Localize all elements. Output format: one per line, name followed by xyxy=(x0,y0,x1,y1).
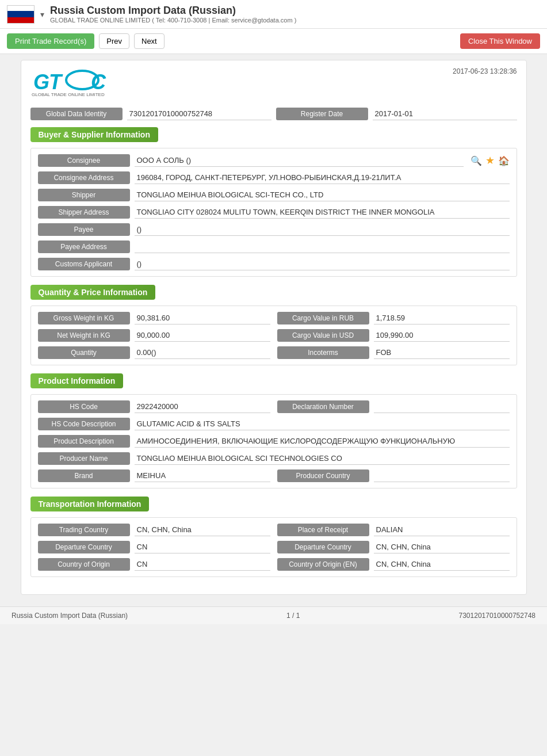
producer-name-row: Producer Name TONGLIAO MEIHUA BIOLOGICAL… xyxy=(38,452,510,465)
customs-applicant-row: Customs Applicant () xyxy=(38,258,510,270)
prev-button[interactable]: Prev xyxy=(99,33,129,49)
header-bar: ▾ Russia Custom Import Data (Russian) GL… xyxy=(0,0,547,29)
consignee-row: Consignee ООО А СОЛЬ () 🔍 ★ 🏠 xyxy=(38,154,510,167)
quantity-incoterms-row: Quantity 0.00() Incoterms FOB xyxy=(38,346,510,359)
brand-producer-country-row: Brand MEIHUA Producer Country xyxy=(38,469,510,482)
hs-code-desc-label: HS Code Description xyxy=(38,418,130,430)
quantity-price-body: Gross Weight in KG 90,381.60 Cargo Value… xyxy=(30,306,517,365)
producer-name-value: TONGLIAO MEIHUA BIOLOGICAL SCI TECHNOLOG… xyxy=(135,452,510,465)
cargo-rub-label: Cargo Value in RUB xyxy=(277,312,369,324)
logo-area: G T C GLOBAL TRADE ONLINE LIMITED xyxy=(30,67,134,101)
star-icon[interactable]: ★ xyxy=(485,154,495,167)
departure-departure-row: Departure Country CN Departure Country C… xyxy=(38,541,510,553)
brand-label: Brand xyxy=(38,469,130,482)
toolbar: Print Trade Record(s) Prev Next Close Th… xyxy=(0,29,547,54)
print-button[interactable]: Print Trade Record(s) xyxy=(7,33,94,49)
consignee-address-row: Consignee Address 196084, ГОРОД, САНКТ-П… xyxy=(38,171,510,184)
svg-text:GLOBAL TRADE ONLINE LIMITED: GLOBAL TRADE ONLINE LIMITED xyxy=(32,92,105,97)
incoterms-value: FOB xyxy=(374,346,510,359)
cargo-usd-label: Cargo Value in USD xyxy=(277,329,369,342)
buyer-supplier-title: Buyer & Supplier Information xyxy=(30,127,158,142)
hs-code-desc-value: GLUTAMIC ACID & ITS SALTS xyxy=(135,418,510,430)
place-of-receipt-label: Place of Receipt xyxy=(277,524,369,536)
register-date-label: Register Date xyxy=(276,108,368,120)
product-desc-label: Product Description xyxy=(38,435,130,448)
hs-code-col: HS Code 2922420000 xyxy=(38,400,270,413)
payee-address-row: Payee Address xyxy=(38,240,510,253)
departure-country2-col: Departure Country CN, CHN, China xyxy=(277,541,510,553)
customs-applicant-value: () xyxy=(135,258,510,270)
record-datetime: 2017-06-23 13:28:36 xyxy=(453,67,517,75)
country-of-origin-en-col: Country of Origin (EN) CN, CHN, China xyxy=(277,558,510,571)
declaration-number-value xyxy=(374,400,510,413)
product-body: HS Code 2922420000 Declaration Number HS… xyxy=(30,394,517,488)
net-weight-col: Net Weight in KG 90,000.00 xyxy=(38,329,270,342)
search-icon[interactable]: 🔍 xyxy=(471,155,482,166)
gross-weight-label: Gross Weight in KG xyxy=(38,312,130,324)
footer-left: Russia Custom Import Data (Russian) xyxy=(12,612,128,620)
country-of-origin-en-label: Country of Origin (EN) xyxy=(277,558,369,571)
consignee-address-value: 196084, ГОРОД, САНКТ-ПЕТЕРБУРГ, УЛ.НОВО-… xyxy=(135,171,510,184)
producer-name-label: Producer Name xyxy=(38,452,130,465)
country-of-origin-en-value: CN, CHN, China xyxy=(374,558,510,571)
net-weight-value: 90,000.00 xyxy=(135,329,270,342)
place-of-receipt-col: Place of Receipt DALIAN xyxy=(277,524,510,536)
departure-country-value: CN xyxy=(135,541,270,553)
departure-country2-label: Departure Country xyxy=(277,541,369,553)
footer-right: 73012017010000752748 xyxy=(459,612,535,620)
cargo-usd-col: Cargo Value in USD 109,990.00 xyxy=(277,329,510,342)
transportation-body: Trading Country CN, CHN, China Place of … xyxy=(30,517,517,577)
producer-country-label: Producer Country xyxy=(277,469,369,482)
hs-code-value: 2922420000 xyxy=(135,400,270,413)
company-subtitle: GLOBAL TRADE ONLINE LIMITED ( Tel: 400-7… xyxy=(50,17,296,24)
shipper-label: Shipper xyxy=(38,189,130,201)
svg-text:T: T xyxy=(49,70,63,94)
gross-weight-value: 90,381.60 xyxy=(135,312,270,324)
payee-address-value xyxy=(135,240,510,253)
product-desc-row: Product Description АМИНОСОЕДИНЕНИЯ, ВКЛ… xyxy=(38,435,510,448)
identity-row: Global Data Identity 7301201701000075274… xyxy=(30,108,517,120)
cargo-usd-value: 109,990.00 xyxy=(374,329,510,342)
dropdown-arrow[interactable]: ▾ xyxy=(40,10,44,19)
cargo-rub-value: 1,718.59 xyxy=(374,312,510,324)
brand-value: MEIHUA xyxy=(135,469,270,482)
svg-text:C: C xyxy=(91,70,106,94)
record-header: G T C GLOBAL TRADE ONLINE LIMITED 2017-0… xyxy=(30,67,517,101)
page-title: Russia Custom Import Data (Russian) xyxy=(50,5,296,17)
close-button[interactable]: Close This Window xyxy=(460,33,540,49)
home-icon[interactable]: 🏠 xyxy=(498,155,510,166)
product-desc-value: АМИНОСОЕДИНЕНИЯ, ВКЛЮЧАЮЩИЕ КИСЛОРОДСОДЕ… xyxy=(135,435,510,448)
trading-country-value: CN, CHN, China xyxy=(135,524,270,536)
main-content: G T C GLOBAL TRADE ONLINE LIMITED 2017-0… xyxy=(9,54,538,606)
next-button[interactable]: Next xyxy=(134,33,165,49)
gto-logo: G T C GLOBAL TRADE ONLINE LIMITED xyxy=(30,67,134,99)
shipper-address-label: Shipper Address xyxy=(38,206,130,219)
country-of-origin-col: Country of Origin CN xyxy=(38,558,270,571)
product-title: Product Information xyxy=(30,373,124,388)
incoterms-col: Incoterms FOB xyxy=(277,346,510,359)
global-data-identity-label: Global Data Identity xyxy=(30,108,123,120)
payee-address-label: Payee Address xyxy=(38,240,130,253)
buyer-supplier-section: Buyer & Supplier Information Consignee О… xyxy=(30,127,517,277)
gross-weight-col: Gross Weight in KG 90,381.60 xyxy=(38,312,270,324)
quantity-price-title: Quantity & Price Information xyxy=(30,285,156,300)
declaration-number-label: Declaration Number xyxy=(277,400,369,413)
brand-col: Brand MEIHUA xyxy=(38,469,270,482)
transportation-title: Transportation Information xyxy=(30,497,150,511)
shipper-row: Shipper TONGLIAO MEIHUA BIOLOGICAL SCI-T… xyxy=(38,189,510,201)
net-cargo-usd-row: Net Weight in KG 90,000.00 Cargo Value i… xyxy=(38,329,510,342)
country-of-origin-value: CN xyxy=(135,558,270,571)
trading-country-col: Trading Country CN, CHN, China xyxy=(38,524,270,536)
consignee-icons: 🔍 ★ 🏠 xyxy=(471,154,510,167)
consignee-address-label: Consignee Address xyxy=(38,171,130,184)
shipper-address-value: TONGLIAO CITY 028024 MULITU TOWN, KEERQI… xyxy=(135,206,510,219)
record-card: G T C GLOBAL TRADE ONLINE LIMITED 2017-0… xyxy=(21,60,527,595)
payee-row: Payee () xyxy=(38,223,510,236)
shipper-value: TONGLIAO MEIHUA BIOLOGICAL SCI-TECH CO.,… xyxy=(135,189,510,201)
buyer-supplier-body: Consignee ООО А СОЛЬ () 🔍 ★ 🏠 Consignee … xyxy=(30,148,517,277)
quantity-value: 0.00() xyxy=(135,346,270,359)
consignee-label: Consignee xyxy=(38,154,130,167)
departure-country2-value: CN, CHN, China xyxy=(374,541,510,553)
svg-text:G: G xyxy=(33,70,49,94)
hs-code-label: HS Code xyxy=(38,400,130,413)
